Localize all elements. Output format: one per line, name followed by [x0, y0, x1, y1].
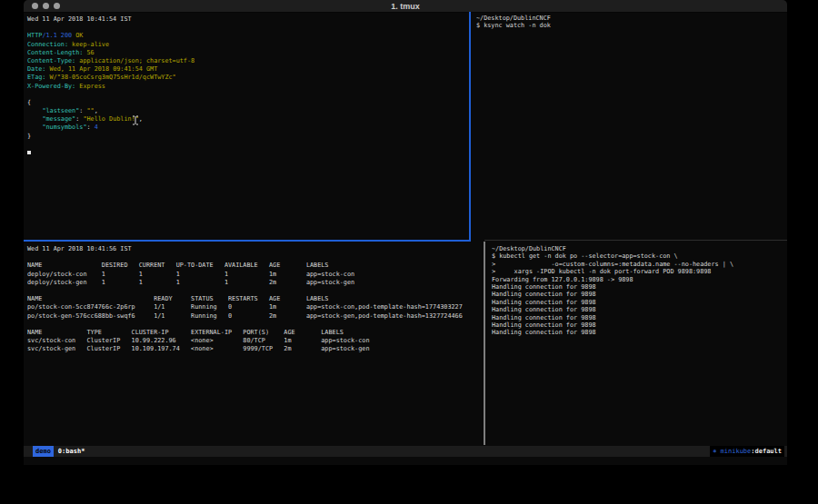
terminal-line: } [27, 133, 473, 141]
terminal-line: HTTP/1.1 200 OK [27, 32, 473, 40]
terminal-line: po/stock-con-5cc874766c-2p6rp 1/1 Runnin… [27, 303, 487, 311]
terminal-line: Wed 11 Apr 2018 10:41:56 IST [27, 245, 487, 253]
terminal-line: svc/stock-gen ClusterIP 10.109.197.74 <n… [27, 345, 487, 353]
terminal-line: NAME READY STATUS RESTARTS AGE LABELS [27, 295, 487, 303]
terminal-line: ETag: W/"38-05coCsrg3mQ75sHr1d/qcWTwYZc" [27, 74, 473, 82]
tmux-status-bar: demo 0:bash* ⎈ minikube:default [24, 446, 787, 457]
tmux-window-tab[interactable]: 0:bash* [58, 446, 85, 457]
session-name-badge: demo [33, 446, 54, 457]
terminal-window: 1. tmux Wed 11 Apr 2018 10:41:54 ISTHTTP… [24, 0, 787, 465]
ksync-watch-pane[interactable]: ~/Desktop/DublinCNCF$ ksync watch -n dok [471, 12, 787, 242]
terminal-line [27, 287, 487, 295]
kube-context-name: minikube [721, 448, 752, 455]
terminal-line: NAME TYPE CLUSTER-IP EXTERNAL-IP PORT(S)… [27, 329, 487, 337]
terminal-line: "lastseen": "", [27, 107, 473, 115]
terminal-line: { [27, 99, 473, 107]
kube-context-badge: ⎈ minikube:default [710, 446, 784, 457]
terminal-line: Wed 11 Apr 2018 10:41:54 IST [27, 15, 473, 24]
terminal-line: Handling connection for 9898 [492, 306, 787, 313]
helm-wheel-icon: ⎈ [713, 448, 716, 455]
mouse-cursor-ibeam [132, 112, 139, 129]
port-forward-pane[interactable]: ~/Desktop/DublinCNCF$ kubectl get -n dok… [485, 242, 787, 449]
terminal-line [27, 91, 473, 99]
terminal-line [27, 321, 487, 329]
terminal-line: ~/Desktop/DublinCNCF [476, 15, 787, 22]
terminal-line: Handling connection for 9898 [492, 321, 787, 329]
terminal-line: Handling connection for 9898 [492, 291, 787, 298]
terminal-line [27, 149, 473, 157]
terminal-line: deploy/stock-gen 1 1 1 1 2m app=stock-ge… [27, 279, 487, 287]
terminal-line: NAME DESIRED CURRENT UP-TO-DATE AVAILABL… [27, 262, 487, 270]
terminal-line [27, 253, 487, 262]
terminal-line: Content-Type: application/json; charset=… [27, 57, 473, 65]
terminal-line: "message": "Hello Dublin!", [27, 115, 473, 124]
terminal-line: Date: Wed, 11 Apr 2018 09:41:54 GMT [27, 65, 473, 74]
terminal-line: X-Powered-By: Express [27, 83, 473, 91]
titlebar: 1. tmux [24, 0, 787, 13]
terminal-line: Forwarding from 127.0.0.1:9898 -> 9898 [492, 276, 787, 283]
terminal-line: Content-Length: 56 [27, 49, 473, 57]
window-title: 1. tmux [24, 1, 787, 12]
kube-namespace: :default [751, 448, 782, 455]
terminal-line: deploy/stock-con 1 1 1 1 1m app=stock-co… [27, 271, 487, 279]
terminal-line: Handling connection for 9898 [492, 299, 787, 306]
terminal-line: > -o=custom-columns=:metadata.name --no-… [492, 261, 787, 268]
terminal-line: Handling connection for 9898 [492, 314, 787, 321]
terminal-cursor [27, 151, 31, 154]
terminal-line: "numsymbols": 4 [27, 124, 473, 132]
terminal-line: Handling connection for 9898 [492, 329, 787, 336]
terminal-line: Connection: keep-alive [27, 41, 473, 49]
kubectl-resources-pane[interactable]: Wed 11 Apr 2018 10:41:56 ISTNAME DESIRED… [24, 242, 487, 449]
terminal-line: Handling connection for 9898 [492, 283, 787, 291]
terminal-line: > xargs -IPOD kubectl -n dok port-forwar… [492, 268, 787, 275]
terminal-line [27, 24, 473, 32]
screen: { "window": { "title": "1. tmux" }, "col… [0, 0, 818, 504]
terminal-line [27, 141, 473, 149]
terminal-line: ~/Desktop/DublinCNCF [492, 245, 787, 252]
terminal-line: $ kubectl get -n dok po --selector=app=s… [492, 252, 787, 260]
terminal-line: po/stock-gen-576cc688bb-swqf6 1/1 Runnin… [27, 312, 487, 321]
http-response-pane[interactable]: Wed 11 Apr 2018 10:41:54 ISTHTTP/1.1 200… [24, 12, 473, 243]
terminal-line: svc/stock-con ClusterIP 10.99.222.96 <no… [27, 337, 487, 345]
terminal-line: $ ksync watch -n dok [476, 22, 787, 29]
